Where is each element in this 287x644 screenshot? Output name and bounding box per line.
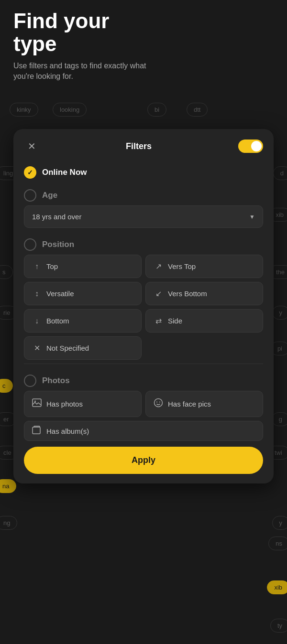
- bg-tag: ty: [270, 619, 287, 633]
- section-divider: [24, 364, 263, 364]
- has-face-pics-button[interactable]: Has face pics: [145, 391, 263, 417]
- age-dropdown-value: 18 yrs and over: [32, 213, 81, 221]
- position-bottom-label: Bottom: [46, 317, 69, 325]
- svg-rect-5: [33, 427, 40, 434]
- bg-tag: xib: [267, 580, 287, 594]
- photos-grid: Has photos Has face pics: [24, 391, 263, 417]
- online-now-label: Online Now: [42, 168, 87, 177]
- has-face-pics-label: Has face pics: [168, 400, 211, 408]
- bg-tag: ng: [0, 516, 17, 530]
- bg-tag: s: [0, 265, 13, 279]
- face-icon: [154, 398, 163, 410]
- toggle-knob: [251, 141, 262, 151]
- arrow-updown-icon: [32, 290, 42, 298]
- position-radio[interactable]: [24, 238, 36, 251]
- arrow-upright-icon: [154, 262, 163, 271]
- age-section: Age 18 yrs and over ▼: [13, 184, 274, 228]
- position-side-label: Side: [168, 317, 182, 325]
- age-radio[interactable]: [24, 189, 36, 202]
- position-not-specified-label: Not Specified: [46, 344, 89, 352]
- photos-section: Photos Has photos: [13, 370, 274, 417]
- header: Find your type Use filters and tags to f…: [13, 10, 166, 82]
- x-mark-icon: [32, 343, 42, 353]
- bg-tag: ns: [268, 537, 287, 550]
- has-photos-label: Has photos: [46, 400, 83, 408]
- position-vers-bottom-label: Vers Bottom: [168, 290, 207, 298]
- photos-row[interactable]: Photos: [24, 370, 263, 391]
- arrow-downleft-icon: [154, 289, 163, 298]
- position-label: Position: [42, 240, 74, 249]
- arrow-up-icon: [32, 262, 42, 271]
- position-vers-top-button[interactable]: Vers Top: [145, 255, 263, 278]
- bg-tag: y: [272, 516, 287, 530]
- has-albums-button[interactable]: Has album(s): [24, 421, 263, 441]
- filters-toggle[interactable]: [238, 140, 263, 153]
- age-row[interactable]: Age: [24, 184, 263, 205]
- albums-icon: [32, 426, 42, 437]
- bg-tag: looking: [53, 103, 87, 117]
- image-icon: [32, 398, 42, 409]
- modal-header: ✕ Filters: [13, 129, 274, 161]
- svg-point-3: [156, 402, 157, 403]
- position-grid: Top Vers Top Versatile Vers Bottom Botto…: [24, 255, 263, 333]
- position-section: Position Top Vers Top Versatile Vers Bot…: [13, 234, 274, 360]
- online-now-row[interactable]: Online Now: [24, 161, 263, 182]
- has-albums-label: Has album(s): [46, 427, 89, 435]
- age-label: Age: [42, 191, 57, 200]
- bg-tag: c: [0, 379, 13, 393]
- position-side-button[interactable]: Side: [145, 309, 263, 333]
- apply-button[interactable]: Apply: [24, 447, 263, 474]
- bg-tag: y: [272, 306, 287, 320]
- modal-title: Filters: [126, 141, 152, 151]
- online-now-section: Online Now: [13, 161, 274, 182]
- svg-point-1: [34, 401, 36, 402]
- header-title: Find your type: [13, 10, 166, 56]
- header-subtitle: Use filters and tags to find exactly wha…: [13, 61, 166, 82]
- arrow-down-icon: [32, 317, 42, 325]
- position-not-specified-button[interactable]: Not Specified: [24, 336, 142, 360]
- filters-modal: ✕ Filters Online Now Age 18 yrs and over…: [13, 129, 274, 483]
- bg-tag: g: [272, 412, 287, 426]
- svg-point-2: [155, 399, 163, 407]
- bg-tag: d: [273, 166, 287, 180]
- position-versatile-label: Versatile: [46, 290, 74, 298]
- age-dropdown[interactable]: 18 yrs and over ▼: [24, 205, 263, 228]
- photos-label: Photos: [42, 376, 70, 386]
- photos-radio[interactable]: [24, 375, 36, 387]
- position-top-label: Top: [46, 262, 58, 270]
- position-top-button[interactable]: Top: [24, 255, 142, 278]
- position-bottom-button[interactable]: Bottom: [24, 309, 142, 333]
- online-now-radio[interactable]: [24, 166, 36, 179]
- position-row[interactable]: Position: [24, 234, 263, 255]
- bg-tag: kinky: [10, 103, 38, 117]
- has-photos-button[interactable]: Has photos: [24, 391, 142, 417]
- arrow-side-icon: [154, 316, 163, 325]
- apply-label: Apply: [132, 455, 155, 465]
- bg-tag: bi: [147, 103, 166, 117]
- bg-tag: dtt: [187, 103, 208, 117]
- svg-rect-0: [33, 399, 41, 407]
- position-vers-bottom-button[interactable]: Vers Bottom: [145, 282, 263, 305]
- close-button[interactable]: ✕: [24, 139, 39, 154]
- position-vers-top-label: Vers Top: [168, 262, 196, 270]
- dropdown-arrow-icon: ▼: [249, 214, 255, 220]
- position-versatile-button[interactable]: Versatile: [24, 282, 142, 305]
- svg-point-4: [159, 402, 160, 403]
- bg-tag: na: [0, 479, 16, 493]
